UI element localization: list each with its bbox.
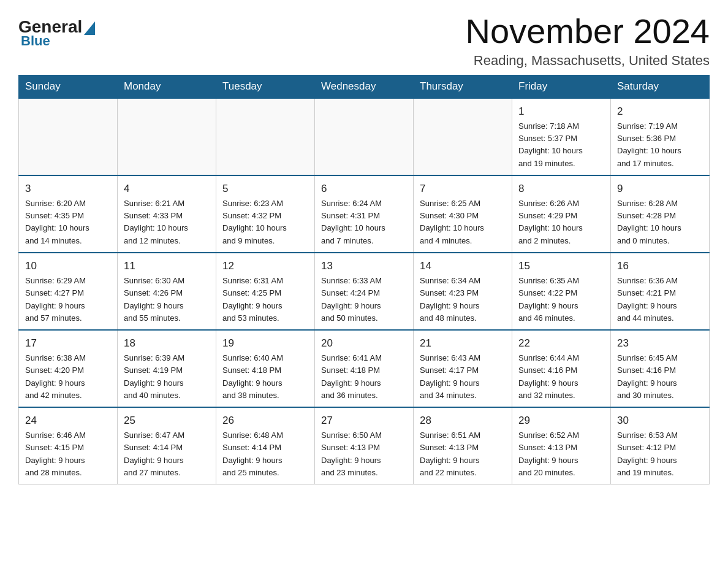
calendar-cell-4-3: 19Sunrise: 6:40 AM Sunset: 4:18 PM Dayli… xyxy=(216,330,315,407)
header-friday: Friday xyxy=(512,75,611,98)
calendar-cell-3-5: 14Sunrise: 6:34 AM Sunset: 4:23 PM Dayli… xyxy=(414,253,512,330)
day-info: Sunrise: 6:43 AM Sunset: 4:17 PM Dayligh… xyxy=(420,352,506,402)
calendar-cell-3-4: 13Sunrise: 6:33 AM Sunset: 4:24 PM Dayli… xyxy=(315,253,414,330)
day-info: Sunrise: 6:51 AM Sunset: 4:13 PM Dayligh… xyxy=(420,429,506,479)
day-info: Sunrise: 7:18 AM Sunset: 5:37 PM Dayligh… xyxy=(518,120,604,170)
day-info: Sunrise: 6:50 AM Sunset: 4:13 PM Dayligh… xyxy=(321,429,407,479)
day-info: Sunrise: 6:41 AM Sunset: 4:18 PM Dayligh… xyxy=(321,352,407,402)
calendar-table: Sunday Monday Tuesday Wednesday Thursday… xyxy=(18,75,710,484)
day-info: Sunrise: 6:38 AM Sunset: 4:20 PM Dayligh… xyxy=(25,352,111,402)
day-info: Sunrise: 6:47 AM Sunset: 4:14 PM Dayligh… xyxy=(124,429,210,479)
location-title: Reading, Massachusetts, United States xyxy=(466,53,710,69)
calendar-cell-1-2 xyxy=(118,98,216,175)
calendar-cell-5-2: 25Sunrise: 6:47 AM Sunset: 4:14 PM Dayli… xyxy=(118,407,216,484)
day-info: Sunrise: 6:53 AM Sunset: 4:12 PM Dayligh… xyxy=(617,429,703,479)
calendar-cell-4-4: 20Sunrise: 6:41 AM Sunset: 4:18 PM Dayli… xyxy=(315,330,414,407)
calendar-cell-2-1: 3Sunrise: 6:20 AM Sunset: 4:35 PM Daylig… xyxy=(19,175,118,253)
day-info: Sunrise: 6:36 AM Sunset: 4:21 PM Dayligh… xyxy=(617,275,703,324)
calendar-cell-2-6: 8Sunrise: 6:26 AM Sunset: 4:29 PM Daylig… xyxy=(512,175,611,253)
calendar-cell-3-1: 10Sunrise: 6:29 AM Sunset: 4:27 PM Dayli… xyxy=(19,253,118,330)
day-number: 1 xyxy=(518,104,604,120)
logo-blue: Blue xyxy=(18,33,50,49)
day-number: 22 xyxy=(518,335,604,351)
header-sunday: Sunday xyxy=(19,75,118,98)
day-number: 23 xyxy=(617,335,703,351)
calendar-cell-1-6: 1Sunrise: 7:18 AM Sunset: 5:37 PM Daylig… xyxy=(512,98,611,175)
day-info: Sunrise: 6:20 AM Sunset: 4:35 PM Dayligh… xyxy=(25,197,111,247)
page-header: General Blue November 2024 Reading, Mass… xyxy=(18,12,710,69)
day-info: Sunrise: 6:24 AM Sunset: 4:31 PM Dayligh… xyxy=(321,197,407,247)
day-number: 15 xyxy=(518,258,604,274)
header-monday: Monday xyxy=(118,75,216,98)
calendar-cell-4-5: 21Sunrise: 6:43 AM Sunset: 4:17 PM Dayli… xyxy=(414,330,512,407)
day-info: Sunrise: 6:28 AM Sunset: 4:28 PM Dayligh… xyxy=(617,197,703,247)
day-number: 5 xyxy=(222,181,308,197)
day-info: Sunrise: 7:19 AM Sunset: 5:36 PM Dayligh… xyxy=(617,120,703,170)
day-info: Sunrise: 6:35 AM Sunset: 4:22 PM Dayligh… xyxy=(518,275,604,324)
day-number: 11 xyxy=(124,258,210,274)
calendar-cell-2-5: 7Sunrise: 6:25 AM Sunset: 4:30 PM Daylig… xyxy=(414,175,512,253)
day-info: Sunrise: 6:29 AM Sunset: 4:27 PM Dayligh… xyxy=(25,275,111,324)
week-row-1: 1Sunrise: 7:18 AM Sunset: 5:37 PM Daylig… xyxy=(19,98,710,175)
calendar-cell-5-5: 28Sunrise: 6:51 AM Sunset: 4:13 PM Dayli… xyxy=(414,407,512,484)
day-info: Sunrise: 6:48 AM Sunset: 4:14 PM Dayligh… xyxy=(222,429,308,479)
day-number: 19 xyxy=(222,335,308,351)
week-row-4: 17Sunrise: 6:38 AM Sunset: 4:20 PM Dayli… xyxy=(19,330,710,407)
day-info: Sunrise: 6:23 AM Sunset: 4:32 PM Dayligh… xyxy=(222,197,308,247)
day-info: Sunrise: 6:30 AM Sunset: 4:26 PM Dayligh… xyxy=(124,275,210,324)
logo: General Blue xyxy=(18,18,95,49)
day-info: Sunrise: 6:26 AM Sunset: 4:29 PM Dayligh… xyxy=(518,197,604,247)
calendar-cell-4-1: 17Sunrise: 6:38 AM Sunset: 4:20 PM Dayli… xyxy=(19,330,118,407)
day-number: 26 xyxy=(222,413,308,429)
calendar-cell-4-2: 18Sunrise: 6:39 AM Sunset: 4:19 PM Dayli… xyxy=(118,330,216,407)
calendar-cell-3-6: 15Sunrise: 6:35 AM Sunset: 4:22 PM Dayli… xyxy=(512,253,611,330)
calendar-cell-5-7: 30Sunrise: 6:53 AM Sunset: 4:12 PM Dayli… xyxy=(611,407,710,484)
day-number: 9 xyxy=(617,181,703,197)
calendar-cell-4-6: 22Sunrise: 6:44 AM Sunset: 4:16 PM Dayli… xyxy=(512,330,611,407)
day-info: Sunrise: 6:33 AM Sunset: 4:24 PM Dayligh… xyxy=(321,275,407,324)
calendar-cell-1-5 xyxy=(414,98,512,175)
day-number: 21 xyxy=(420,335,506,351)
day-info: Sunrise: 6:45 AM Sunset: 4:16 PM Dayligh… xyxy=(617,352,703,402)
day-info: Sunrise: 6:25 AM Sunset: 4:30 PM Dayligh… xyxy=(420,197,506,247)
day-info: Sunrise: 6:39 AM Sunset: 4:19 PM Dayligh… xyxy=(124,352,210,402)
day-number: 20 xyxy=(321,335,407,351)
calendar-cell-3-7: 16Sunrise: 6:36 AM Sunset: 4:21 PM Dayli… xyxy=(611,253,710,330)
day-number: 3 xyxy=(25,181,111,197)
calendar-cell-1-7: 2Sunrise: 7:19 AM Sunset: 5:36 PM Daylig… xyxy=(611,98,710,175)
day-info: Sunrise: 6:44 AM Sunset: 4:16 PM Dayligh… xyxy=(518,352,604,402)
svg-marker-0 xyxy=(84,21,95,35)
day-number: 2 xyxy=(617,104,703,120)
day-info: Sunrise: 6:46 AM Sunset: 4:15 PM Dayligh… xyxy=(25,429,111,479)
calendar-cell-2-4: 6Sunrise: 6:24 AM Sunset: 4:31 PM Daylig… xyxy=(315,175,414,253)
day-number: 8 xyxy=(518,181,604,197)
day-number: 17 xyxy=(25,335,111,351)
calendar-cell-2-7: 9Sunrise: 6:28 AM Sunset: 4:28 PM Daylig… xyxy=(611,175,710,253)
day-number: 13 xyxy=(321,258,407,274)
header-saturday: Saturday xyxy=(611,75,710,98)
day-number: 6 xyxy=(321,181,407,197)
day-number: 14 xyxy=(420,258,506,274)
calendar-cell-1-3 xyxy=(216,98,315,175)
day-number: 30 xyxy=(617,413,703,429)
week-row-5: 24Sunrise: 6:46 AM Sunset: 4:15 PM Dayli… xyxy=(19,407,710,484)
day-number: 12 xyxy=(222,258,308,274)
day-number: 18 xyxy=(124,335,210,351)
calendar-cell-2-3: 5Sunrise: 6:23 AM Sunset: 4:32 PM Daylig… xyxy=(216,175,315,253)
calendar-cell-1-4 xyxy=(315,98,414,175)
header-tuesday: Tuesday xyxy=(216,75,315,98)
calendar-cell-5-3: 26Sunrise: 6:48 AM Sunset: 4:14 PM Dayli… xyxy=(216,407,315,484)
day-number: 25 xyxy=(124,413,210,429)
weekday-header-row: Sunday Monday Tuesday Wednesday Thursday… xyxy=(19,75,710,98)
calendar-cell-1-1 xyxy=(19,98,118,175)
month-year-title: November 2024 xyxy=(466,12,710,50)
week-row-3: 10Sunrise: 6:29 AM Sunset: 4:27 PM Dayli… xyxy=(19,253,710,330)
day-info: Sunrise: 6:31 AM Sunset: 4:25 PM Dayligh… xyxy=(222,275,308,324)
header-thursday: Thursday xyxy=(414,75,512,98)
day-number: 10 xyxy=(25,258,111,274)
calendar-cell-5-1: 24Sunrise: 6:46 AM Sunset: 4:15 PM Dayli… xyxy=(19,407,118,484)
day-number: 7 xyxy=(420,181,506,197)
title-area: November 2024 Reading, Massachusetts, Un… xyxy=(466,12,710,69)
day-number: 27 xyxy=(321,413,407,429)
calendar-cell-5-4: 27Sunrise: 6:50 AM Sunset: 4:13 PM Dayli… xyxy=(315,407,414,484)
